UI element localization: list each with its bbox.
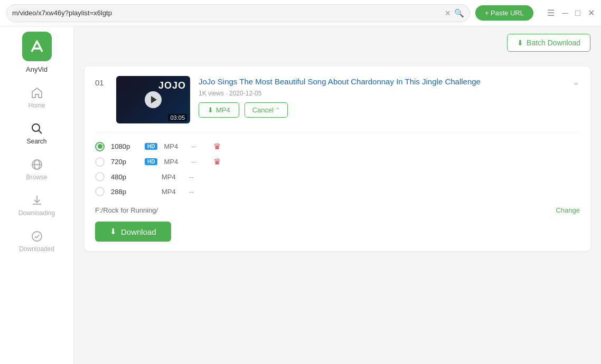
quality-size-1080p: -- [191,142,207,150]
radio-480p[interactable] [95,172,105,181]
quality-row-480p: 480p MP4 -- [95,169,580,184]
sidebar-item-downloaded[interactable]: Downloaded [0,224,73,258]
sidebar-item-downloaded-label: Downloaded [19,245,54,253]
quality-format-1080p: MP4 [164,142,185,150]
url-input[interactable] [12,9,442,17]
sidebar-item-home-label: Home [28,102,45,109]
mp4-button[interactable]: ⬇ MP4 [199,102,239,118]
minimize-button[interactable]: ─ [562,8,568,18]
download-btn-icon: ⬇ [110,227,117,236]
quality-row-720p: 720p HD MP4 -- ♛ [95,154,580,169]
sidebar-item-search-label: Search [26,138,46,145]
hd-badge-1080p: HD [145,143,157,150]
title-bar: ✕ 🔍 + Paste URL ☰ ─ □ ✕ [0,0,601,26]
batch-download-button[interactable]: ⬇ Batch Download [507,34,590,52]
chevron-up-icon: ⌃ [276,107,280,113]
quality-label-720p: 720p [111,158,138,166]
video-title: JoJo Sings The Most Beautiful Song About… [199,76,564,87]
quality-format-480p: MP4 [162,173,183,181]
sidebar-item-home[interactable]: Home [0,81,73,114]
radio-288p[interactable] [95,187,105,196]
window-controls: ☰ ─ □ ✕ [539,8,595,18]
video-meta: 1K views · 2020-12-05 [199,90,564,97]
hd-badge-720p: HD [145,158,157,165]
video-duration: 03:05 [168,114,187,121]
quality-label-288p: 288p [111,188,138,196]
quality-size-480p: -- [189,173,205,181]
paste-url-label: + Paste URL [485,9,524,17]
batch-download-label: Batch Download [527,39,580,47]
sidebar-item-browse-label: Browse [26,174,47,181]
download-icon-sm: ⬇ [208,106,213,114]
close-button[interactable]: ✕ [588,8,595,18]
sidebar-item-browse[interactable]: Browse [0,152,73,186]
quality-label-1080p: 1080p [111,142,138,150]
download-path-row: F:/Rock for Running/ Change [95,206,580,214]
app-body: AnyVid Home Search Browse [0,26,601,364]
quality-format-288p: MP4 [162,188,183,196]
quality-format-720p: MP4 [164,158,185,166]
paste-url-button[interactable]: + Paste URL [475,5,533,21]
app-logo [22,32,52,61]
sidebar-item-downloading-label: Downloading [18,209,55,217]
change-path-button[interactable]: Change [556,206,580,214]
quality-row-288p: 288p MP4 -- [95,184,580,199]
cancel-button[interactable]: Cancel ⌃ [245,102,288,118]
quality-row-1080p: 1080p HD MP4 -- ♛ [95,139,580,154]
play-button[interactable] [145,91,162,108]
jojo-text: JOJO [158,80,186,91]
search-icon: 🔍 [454,8,464,18]
svg-point-0 [32,124,40,131]
sidebar-item-search[interactable]: Search [0,117,73,150]
batch-download-icon: ⬇ [517,39,523,47]
batch-row: ⬇ Batch Download [84,34,590,59]
video-info: JoJo Sings The Most Beautiful Song About… [199,76,564,118]
menu-button[interactable]: ☰ [547,8,555,18]
app-name: AnyVid [26,65,48,73]
quality-size-288p: -- [189,188,205,196]
quality-label-480p: 480p [111,173,138,181]
url-clear-button[interactable]: ✕ [445,9,451,17]
quality-list: 1080p HD MP4 -- ♛ 720p HD MP4 -- ♛ [95,132,580,242]
crown-icon-1080p: ♛ [213,141,221,151]
quality-size-720p: -- [191,158,207,166]
maximize-button[interactable]: □ [575,8,580,18]
video-thumbnail[interactable]: JOJO 03:05 [116,76,190,123]
sidebar-item-downloading[interactable]: Downloading [0,188,73,222]
video-index: 01 [95,78,108,87]
mp4-label: MP4 [216,106,230,114]
download-path: F:/Rock for Running/ [95,206,547,214]
download-button[interactable]: ⬇ Download [95,222,171,242]
svg-line-1 [39,131,42,134]
crown-icon-720p: ♛ [213,157,221,167]
url-input-wrap: ✕ 🔍 [6,4,470,22]
video-card: 01 JOJO 03:05 JoJo Sings The Most Beauti… [84,66,590,251]
video-actions: ⬇ MP4 Cancel ⌃ [199,102,564,118]
sidebar: AnyVid Home Search Browse [0,26,74,364]
collapse-arrow-icon[interactable]: ⌄ [572,76,580,88]
video-header: 01 JOJO 03:05 JoJo Sings The Most Beauti… [95,76,580,123]
cancel-label: Cancel [252,106,274,114]
radio-720p[interactable] [95,157,105,167]
download-btn-label: Download [121,227,156,236]
main-content: ⬇ Batch Download 01 JOJO 03:05 [74,26,601,364]
radio-1080p[interactable] [95,142,105,151]
svg-point-5 [32,232,42,241]
